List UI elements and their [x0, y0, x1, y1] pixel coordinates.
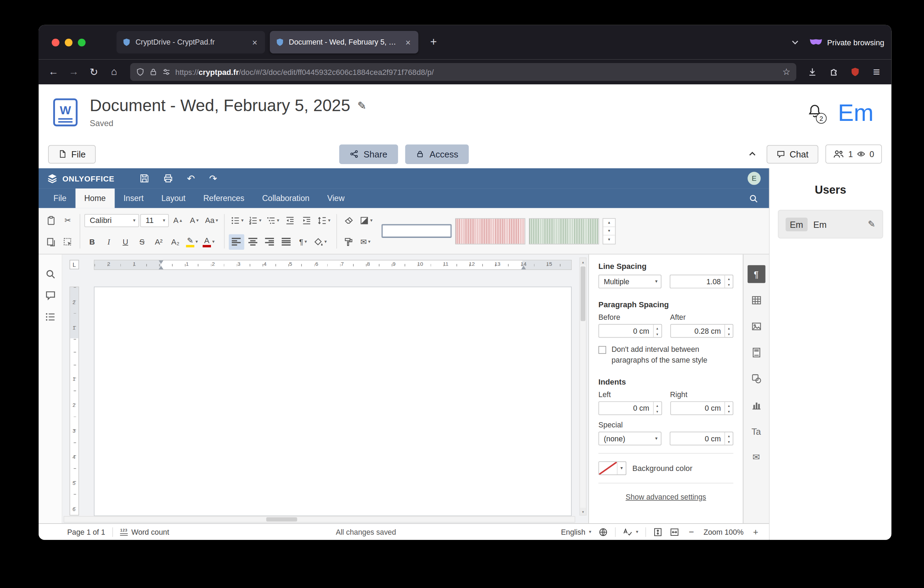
save-icon[interactable] — [139, 173, 148, 183]
align-right-button[interactable] — [262, 234, 277, 249]
indent-right-spinner[interactable]: 0 cm ▴▾ — [670, 401, 734, 415]
downloads-button[interactable] — [804, 64, 821, 81]
table-settings-icon[interactable] — [747, 291, 765, 309]
tab-cryptdrive[interactable]: CryptDrive - CryptPad.fr × — [117, 31, 265, 54]
spacing-after-spinner[interactable]: 0.28 cm ▴▾ — [670, 324, 734, 337]
scroll-up-arrow[interactable]: ▴ — [580, 258, 586, 265]
bullet-list-button[interactable]: ▾ — [229, 213, 246, 228]
spinner-up-icon[interactable]: ▴ — [725, 432, 733, 439]
spinner-up-icon[interactable]: ▴ — [725, 325, 733, 331]
zoom-out-button[interactable]: − — [686, 527, 697, 537]
gallery-expand-icon[interactable]: ▾ — [603, 235, 615, 243]
minimize-window-button[interactable] — [65, 38, 73, 46]
decrease-indent-button[interactable] — [282, 213, 298, 228]
redo-icon[interactable]: ↷ — [209, 173, 217, 184]
file-menu-button[interactable]: File — [48, 145, 96, 164]
userlist-button[interactable]: 1 0 — [826, 145, 882, 164]
mail-merge-settings-icon[interactable]: ✉ — [747, 448, 765, 466]
vertical-ruler[interactable]: 2 1 1 2 3 4 5 6 — [69, 287, 79, 515]
spinner-down-icon[interactable]: ▾ — [653, 408, 661, 415]
notifications-button[interactable]: 2 — [807, 103, 822, 121]
zoom-in-button[interactable]: + — [751, 527, 761, 537]
style-preview-no-spacing[interactable] — [455, 218, 525, 244]
superscript-button[interactable]: A² — [151, 234, 167, 249]
decrease-font-button[interactable]: A▾ — [186, 213, 202, 228]
highlight-color-button[interactable]: ✎ ▾ — [184, 234, 200, 249]
vertical-scroll-thumb[interactable] — [581, 266, 586, 321]
menu-tab-file[interactable]: File — [45, 188, 75, 208]
spinner-down-icon[interactable]: ▾ — [725, 439, 733, 445]
spinner-up-icon[interactable]: ▴ — [653, 402, 661, 408]
comments-button[interactable] — [45, 290, 56, 301]
italic-button[interactable]: I — [101, 234, 116, 249]
chart-settings-icon[interactable] — [747, 396, 765, 414]
permissions-icon[interactable] — [162, 68, 171, 76]
paragraph-settings-icon[interactable]: ¶ — [747, 265, 765, 283]
language-selector[interactable]: English ▾ — [561, 528, 591, 536]
spinner-up-icon[interactable]: ▴ — [725, 275, 733, 281]
gallery-scroll-down-icon[interactable]: ▾ — [603, 226, 615, 235]
close-window-button[interactable] — [52, 38, 59, 46]
shape-settings-icon[interactable] — [747, 370, 765, 388]
spinner-down-icon[interactable]: ▾ — [725, 281, 733, 288]
url-bar[interactable]: https://cryptpad.fr/doc/#/3/doc/edit/ff0… — [130, 63, 796, 81]
background-color-button[interactable]: ▾ — [599, 462, 626, 475]
edit-name-pencil-icon[interactable]: ✎ — [868, 219, 875, 230]
copy-style-button[interactable] — [341, 234, 356, 249]
forward-button[interactable]: → — [65, 64, 82, 81]
clear-style-button[interactable] — [341, 213, 356, 228]
bookmark-star-icon[interactable]: ☆ — [782, 66, 790, 77]
bold-button[interactable]: B — [84, 234, 99, 249]
user-list-item[interactable]: Em Em ✎ — [778, 210, 883, 239]
zoom-level[interactable]: Zoom 100% — [704, 528, 744, 536]
menu-button[interactable]: ≡ — [868, 64, 885, 81]
tab-document-active[interactable]: Document - Wed, February 5, 2025 × — [270, 31, 419, 54]
find-button[interactable] — [45, 269, 56, 280]
image-settings-icon[interactable] — [747, 317, 765, 335]
navigation-button[interactable] — [45, 311, 56, 322]
subscript-button[interactable]: A₂ — [167, 234, 183, 249]
special-spinner[interactable]: 0 cm ▴▾ — [670, 431, 734, 445]
spacing-before-spinner[interactable]: 0 cm ▴▾ — [599, 324, 662, 337]
editor-search-icon[interactable] — [744, 194, 763, 203]
ublock-extension-icon[interactable] — [846, 64, 864, 81]
extensions-button[interactable] — [825, 64, 843, 81]
menu-tab-references[interactable]: References — [194, 188, 253, 208]
page-indicator[interactable]: Page 1 of 1 — [67, 528, 105, 536]
rename-pencil-icon[interactable]: ✎ — [357, 99, 366, 112]
reload-button[interactable]: ↻ — [85, 64, 103, 81]
line-spacing-select[interactable]: Multiple ▾ — [599, 275, 662, 288]
special-select[interactable]: (none) ▾ — [599, 431, 662, 445]
tab-close-icon[interactable]: × — [404, 37, 412, 47]
style-preview-normal[interactable] — [381, 224, 452, 238]
advanced-settings-link[interactable]: Show advanced settings — [599, 493, 733, 501]
spinner-down-icon[interactable]: ▾ — [725, 331, 733, 337]
underline-button[interactable]: U — [118, 234, 133, 249]
spinner-up-icon[interactable]: ▴ — [653, 325, 661, 331]
tracking-shield-icon[interactable] — [136, 68, 145, 76]
align-left-button[interactable] — [229, 234, 244, 249]
increase-font-button[interactable]: A▴ — [170, 213, 185, 228]
horizontal-scrollbar[interactable] — [64, 516, 576, 523]
indent-left-spinner[interactable]: 0 cm ▴▾ — [599, 401, 662, 415]
numbered-list-button[interactable]: ▾ — [246, 213, 263, 228]
increase-indent-button[interactable] — [299, 213, 314, 228]
home-button[interactable]: ⌂ — [105, 64, 123, 81]
font-color-button[interactable]: A ▾ — [201, 234, 216, 249]
scroll-down-arrow[interactable]: ▾ — [580, 508, 586, 515]
mail-merge-button[interactable]: ✉▾ — [358, 234, 373, 249]
print-icon[interactable] — [163, 173, 173, 183]
share-button[interactable]: Share — [339, 144, 398, 164]
dropdown-arrow-icon[interactable]: ▾ — [617, 462, 626, 474]
chat-button[interactable]: Chat — [766, 145, 818, 164]
text-art-settings-icon[interactable]: Ta — [747, 422, 765, 440]
multilevel-list-button[interactable]: ▾ — [264, 213, 281, 228]
list-all-tabs-chevron-icon[interactable] — [790, 38, 800, 47]
menu-tab-view[interactable]: View — [318, 188, 353, 208]
user-avatar[interactable]: Em — [838, 100, 877, 124]
menu-tab-home[interactable]: Home — [75, 188, 115, 208]
lock-icon[interactable] — [149, 68, 157, 76]
horizontal-scroll-thumb[interactable] — [266, 517, 297, 522]
access-button[interactable]: Access — [405, 144, 469, 164]
horizontal-ruler[interactable]: 2 1 1 2 3 4 5 6 7 8 9 10 11 — [94, 260, 572, 270]
